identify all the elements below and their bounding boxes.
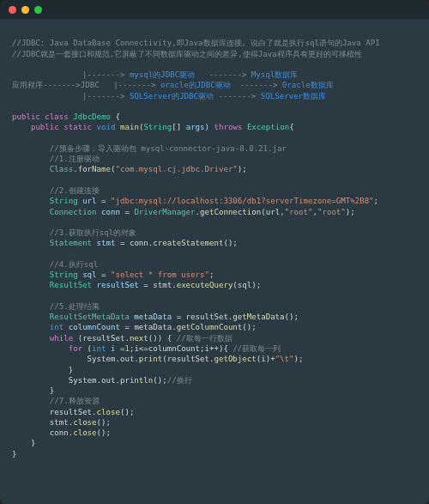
method-call: println — [120, 376, 153, 385]
punct: (resultSet. — [73, 334, 130, 343]
keyword: for — [69, 344, 82, 353]
diagram-row: 应用程序------->JDBC — [12, 81, 113, 89]
variable: columnCount — [63, 323, 124, 331]
keyword: while — [50, 334, 73, 343]
keyword: public — [12, 112, 40, 121]
comment: //JDBC: Java DataBase Connectivity,即Java… — [12, 39, 380, 47]
string: "com.mysql.cj.jdbc.Driver" — [115, 165, 237, 173]
type: String — [50, 197, 78, 205]
brace: } — [31, 439, 35, 447]
code: System.out. — [69, 376, 120, 385]
type: String — [50, 270, 78, 279]
type: Statement — [50, 239, 92, 247]
string: "root" — [285, 208, 313, 216]
diagram-link: Mysql数据库 — [251, 70, 298, 79]
variable: conn — [97, 208, 125, 216]
punct: ); — [294, 355, 304, 363]
comment: //7.释放资源 — [50, 397, 100, 405]
keyword: int — [50, 323, 63, 331]
punct: (); — [153, 376, 166, 385]
punct: (); — [120, 408, 134, 416]
param: args — [186, 123, 205, 131]
method-call: getMetaData — [233, 313, 284, 321]
method-call: getObject — [214, 355, 256, 363]
punct: ); — [238, 165, 247, 173]
method-call: print — [139, 355, 162, 363]
zoom-icon[interactable] — [34, 6, 42, 14]
punct: = — [124, 208, 134, 216]
type: Class — [50, 165, 73, 173]
punct: = metaData. — [124, 323, 176, 331]
punct: (); — [242, 323, 256, 331]
punct: ; — [209, 270, 214, 279]
method-call: executeQuery — [177, 281, 233, 289]
keyword: static — [63, 123, 92, 131]
method-call: getConnection — [200, 208, 261, 216]
comment: //2.创建连接 — [50, 186, 100, 195]
diagram-arrow: |-------> — [113, 81, 160, 89]
punct: = — [101, 270, 111, 279]
string: "\t" — [275, 355, 294, 363]
method-name: main — [120, 123, 139, 131]
punct: = — [101, 197, 111, 205]
type: DriverManager — [134, 208, 195, 216]
diagram-link: SQLServer的JDBC驱动 — [130, 92, 214, 100]
punct: ( — [82, 344, 92, 353]
comment: //5.处理结果 — [50, 302, 100, 311]
punct: (); — [285, 313, 299, 321]
code-editor-window: //JDBC: Java DataBase Connectivity,即Java… — [0, 0, 429, 504]
keyword: throws — [214, 123, 243, 131]
code-area: //JDBC: Java DataBase Connectivity,即Java… — [0, 19, 429, 471]
method-call: getColumnCount — [177, 323, 243, 331]
variable: metaData — [130, 313, 177, 321]
brace: } — [12, 450, 16, 458]
variable: url — [78, 197, 101, 205]
punct: (); — [97, 428, 111, 437]
comment: //取每一行数据 — [177, 334, 233, 343]
brace: } — [69, 366, 73, 374]
method-call: close — [73, 418, 96, 427]
type: Exception — [247, 123, 289, 131]
method-call: forName — [78, 165, 111, 173]
method-call: createStatement — [153, 239, 223, 247]
punct: (); — [97, 418, 111, 427]
method-call: close — [97, 408, 120, 416]
keyword: public — [31, 123, 59, 131]
type: String — [143, 123, 172, 131]
window-titlebar — [0, 0, 429, 19]
code: conn. — [50, 428, 73, 437]
punct: = conn. — [120, 239, 153, 247]
punct: ()) { — [148, 334, 177, 343]
method-call: next — [130, 334, 148, 343]
comment: //4.执行sql — [50, 260, 98, 269]
diagram-link: SQLServer数据库 — [261, 92, 326, 100]
brace: { — [289, 123, 293, 131]
comment: //3.获取执行sql的对象 — [50, 228, 136, 237]
punct: = stmt. — [143, 281, 176, 289]
punct: (url, — [261, 208, 284, 216]
type: ResultSet — [50, 281, 92, 289]
brace: { — [111, 112, 120, 121]
type: Connection — [50, 208, 97, 216]
class-name: JdbcDemo — [73, 112, 111, 121]
punct: [] — [172, 123, 181, 131]
close-icon[interactable] — [9, 6, 16, 14]
string: "select * from users" — [111, 270, 209, 279]
comment: //JDBC就是一套接口和规范,它屏蔽了不同数据库驱动之间的差异,使得Java程… — [12, 50, 362, 58]
punct: (sql); — [233, 281, 261, 289]
punct: = resultSet. — [177, 313, 233, 321]
comment: //换行 — [167, 376, 192, 385]
method-call: close — [73, 428, 96, 437]
code: System.out. — [88, 355, 139, 363]
code: (i)+ — [257, 355, 275, 363]
keyword: class — [45, 112, 68, 121]
type: ResultSetMetaData — [50, 313, 130, 321]
code: (resultSet. — [162, 355, 214, 363]
punct: ; — [374, 197, 378, 205]
keyword: void — [97, 123, 116, 131]
minimize-icon[interactable] — [21, 6, 29, 14]
code: resultSet. — [50, 408, 97, 416]
variable: resultSet — [92, 281, 143, 289]
brace: } — [50, 386, 54, 395]
variable: stmt — [92, 239, 120, 247]
